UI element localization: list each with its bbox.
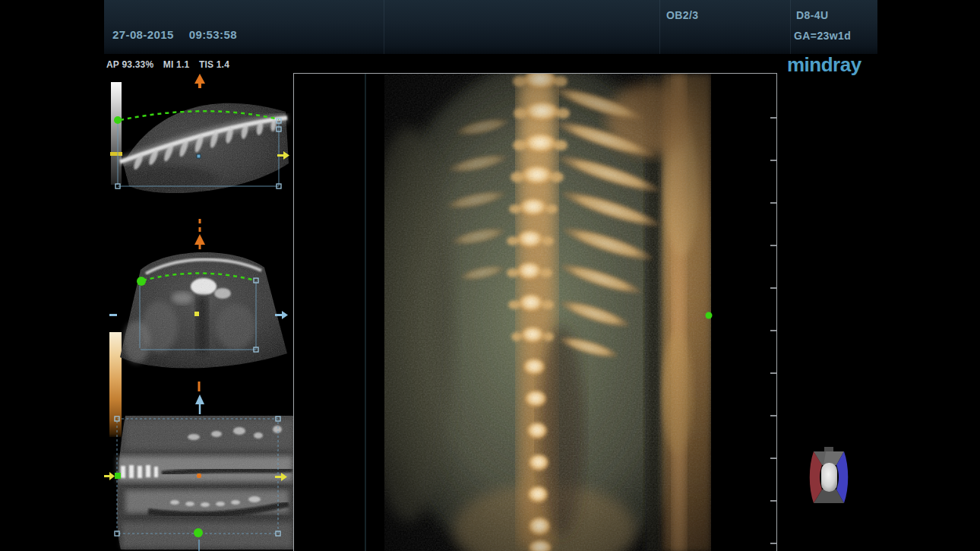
gestational-age: GA=23w1d bbox=[794, 30, 851, 42]
mechanical-index-value: MI 1.1 bbox=[163, 59, 190, 70]
header-separator bbox=[384, 0, 384, 54]
acoustic-status-line: AP 93.33% MI 1.1 TIS 1.4 bbox=[106, 59, 236, 70]
exam-preset: OB2/3 bbox=[666, 9, 698, 21]
curve-start-dot-a[interactable] bbox=[114, 116, 122, 124]
curve-bottom-dot-c[interactable] bbox=[194, 528, 203, 537]
acoustic-power-value: AP 93.33% bbox=[106, 59, 153, 70]
header-separator bbox=[659, 0, 660, 54]
direction-dash-b-left-icon bbox=[109, 314, 117, 316]
sonogram-image-c bbox=[117, 416, 294, 549]
exam-date: 27-08-2015 bbox=[112, 28, 174, 41]
plane-a-up-arrow-icon bbox=[194, 74, 205, 88]
curve-start-dot-b[interactable] bbox=[137, 277, 146, 286]
volume-render-view[interactable] bbox=[294, 74, 776, 551]
exam-time: 09:53:58 bbox=[189, 28, 237, 41]
direction-arrow-c-left-icon bbox=[104, 472, 115, 480]
orientation-cube-icon[interactable] bbox=[806, 445, 852, 509]
datetime: 27-08-201509:53:58 bbox=[112, 28, 237, 41]
mindray-logo: mindray bbox=[787, 53, 861, 77]
render-viewport-frame bbox=[293, 73, 777, 551]
center-ref-dot-c[interactable] bbox=[197, 473, 201, 478]
render-edge-dot[interactable] bbox=[706, 312, 713, 319]
mpr-view-a[interactable] bbox=[106, 72, 296, 205]
center-ref-dot-b[interactable] bbox=[194, 312, 199, 316]
plane-b-axis-icon bbox=[194, 219, 205, 252]
center-ref-dot-a[interactable] bbox=[197, 154, 201, 158]
sonogram-image-b bbox=[120, 252, 287, 368]
header-separator bbox=[790, 0, 791, 54]
volume-render-image bbox=[362, 74, 723, 551]
curve-start-square-c[interactable] bbox=[115, 473, 121, 479]
mpr-view-b[interactable] bbox=[106, 213, 296, 376]
ultrasound-screen: { "header": { "date": "27-08-2015", "tim… bbox=[0, 0, 980, 551]
thermal-index-value: TIS 1.4 bbox=[199, 59, 229, 70]
header-bar: 27-08-201509:53:58 OB2/3 D8-4U GA=23w1d bbox=[104, 0, 877, 54]
mpr-view-c[interactable] bbox=[103, 376, 300, 551]
probe-model: D8-4U bbox=[796, 9, 828, 21]
plane-c-axis-icon bbox=[195, 382, 204, 414]
sonogram-image-a bbox=[120, 103, 289, 193]
